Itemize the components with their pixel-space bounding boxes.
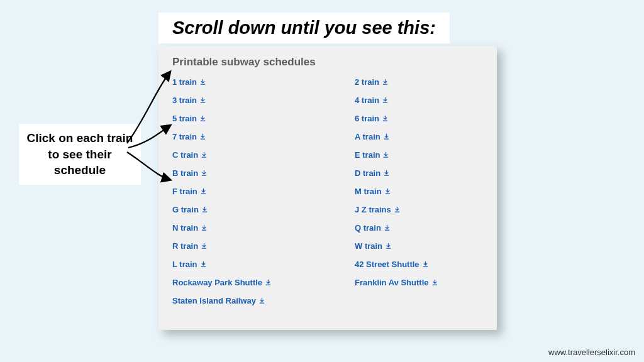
schedule-link-franklin[interactable]: Franklin Av Shuttle bbox=[355, 278, 483, 287]
schedule-link-42[interactable]: 42 Street Shuttle bbox=[355, 260, 483, 269]
schedule-link-e[interactable]: E train bbox=[355, 150, 483, 160]
download-icon bbox=[201, 206, 208, 213]
schedule-label: 3 train bbox=[172, 96, 197, 105]
schedule-label: 7 train bbox=[172, 132, 197, 141]
schedule-link-2[interactable]: 2 train bbox=[355, 77, 483, 87]
schedules-panel: Printable subway schedules 1 train 3 tra… bbox=[158, 46, 497, 330]
schedule-label: 2 train bbox=[355, 77, 379, 87]
schedule-label: 4 train bbox=[355, 96, 379, 105]
schedule-label: B train bbox=[172, 168, 198, 178]
schedule-label: 42 Street Shuttle bbox=[355, 260, 419, 269]
download-icon bbox=[382, 97, 389, 104]
schedules-col-right: 2 train 4 train 6 train A train E train … bbox=[355, 77, 483, 305]
schedule-label: Franklin Av Shuttle bbox=[355, 278, 429, 287]
schedule-label: F train bbox=[172, 187, 197, 196]
headline-text: Scroll down until you see this: bbox=[172, 18, 436, 38]
download-icon bbox=[201, 151, 208, 158]
download-icon bbox=[265, 279, 272, 286]
panel-title: Printable subway schedules bbox=[172, 56, 483, 69]
schedule-link-rockaway[interactable]: Rockaway Park Shuttle bbox=[172, 278, 355, 287]
schedule-link-sir[interactable]: Staten Island Railway bbox=[172, 296, 355, 305]
schedule-label: Q train bbox=[355, 223, 381, 233]
schedule-label: 6 train bbox=[355, 114, 379, 123]
schedule-link-b[interactable]: B train bbox=[172, 168, 355, 178]
download-icon bbox=[199, 97, 206, 104]
schedule-link-m[interactable]: M train bbox=[355, 187, 483, 196]
schedule-link-5[interactable]: 5 train bbox=[172, 114, 355, 123]
schedule-link-d[interactable]: D train bbox=[355, 168, 483, 178]
download-icon bbox=[199, 115, 206, 122]
schedule-label: M train bbox=[355, 187, 382, 196]
schedule-link-6[interactable]: 6 train bbox=[355, 114, 483, 123]
schedule-link-c[interactable]: C train bbox=[172, 150, 355, 160]
download-icon bbox=[200, 188, 207, 195]
schedule-link-g[interactable]: G train bbox=[172, 205, 355, 214]
callout-box: Click on each train to see their schedul… bbox=[19, 124, 141, 185]
download-icon bbox=[431, 279, 438, 286]
download-icon bbox=[199, 79, 206, 85]
download-icon bbox=[385, 243, 392, 250]
schedule-link-n[interactable]: N train bbox=[172, 223, 355, 233]
download-icon bbox=[258, 297, 265, 304]
download-icon bbox=[384, 188, 391, 195]
download-icon bbox=[201, 170, 208, 177]
schedule-label: A train bbox=[355, 132, 380, 141]
schedule-label: N train bbox=[172, 223, 198, 233]
schedule-link-a[interactable]: A train bbox=[355, 132, 483, 141]
download-icon bbox=[422, 261, 429, 268]
schedule-link-4[interactable]: 4 train bbox=[355, 96, 483, 105]
schedule-label: Rockaway Park Shuttle bbox=[172, 278, 262, 287]
schedule-link-w[interactable]: W train bbox=[355, 241, 483, 251]
schedule-label: D train bbox=[355, 168, 380, 178]
schedule-label: C train bbox=[172, 150, 198, 160]
download-icon bbox=[382, 151, 389, 158]
schedule-label: R train bbox=[172, 241, 198, 251]
schedule-label: W train bbox=[355, 241, 382, 251]
schedule-link-f[interactable]: F train bbox=[172, 187, 355, 196]
schedule-link-jz[interactable]: J Z trains bbox=[355, 205, 483, 214]
schedule-link-7[interactable]: 7 train bbox=[172, 132, 355, 141]
download-icon bbox=[383, 133, 390, 140]
schedule-link-r[interactable]: R train bbox=[172, 241, 355, 251]
schedule-label: G train bbox=[172, 205, 199, 214]
schedule-label: J Z trains bbox=[355, 205, 391, 214]
schedules-col-left: 1 train 3 train 5 train 7 train C train … bbox=[172, 77, 355, 305]
schedule-link-3[interactable]: 3 train bbox=[172, 96, 355, 105]
headline-box: Scroll down until you see this: bbox=[158, 13, 450, 43]
schedules-columns: 1 train 3 train 5 train 7 train C train … bbox=[172, 77, 483, 305]
download-icon bbox=[383, 170, 390, 177]
schedule-link-l[interactable]: L train bbox=[172, 260, 355, 269]
callout-text: Click on each train to see their schedul… bbox=[23, 130, 137, 178]
download-icon bbox=[382, 115, 389, 122]
schedule-label: 5 train bbox=[172, 114, 197, 123]
download-icon bbox=[201, 224, 208, 231]
download-icon bbox=[201, 243, 208, 250]
download-icon bbox=[200, 261, 207, 268]
schedule-link-q[interactable]: Q train bbox=[355, 223, 483, 233]
schedule-label: L train bbox=[172, 260, 197, 269]
schedule-link-1[interactable]: 1 train bbox=[172, 77, 355, 87]
download-icon bbox=[382, 79, 389, 85]
download-icon bbox=[384, 224, 391, 231]
footer-url: www.travellerselixir.com bbox=[548, 348, 635, 357]
download-icon bbox=[394, 206, 401, 213]
schedule-label: E train bbox=[355, 150, 380, 160]
schedule-label: Staten Island Railway bbox=[172, 296, 256, 305]
download-icon bbox=[199, 133, 206, 140]
schedule-label: 1 train bbox=[172, 77, 197, 87]
